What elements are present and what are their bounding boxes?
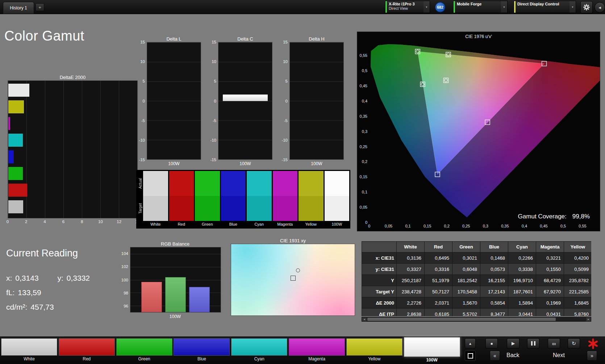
meter-name: X-Rite i1Pro 3 [389,2,422,6]
swatch-actual [143,171,168,196]
gear-icon [583,4,590,11]
pause-button[interactable] [527,338,539,348]
x-axis-label: 100W [218,160,272,166]
reading-xy: x:0,3143 y:0,3332 [6,274,90,283]
add-tab-button[interactable]: + [36,3,44,11]
table-row: y: CIE310,33270,33160,60480,05730,33380,… [362,264,592,275]
cell-value: 0,3327 [397,264,425,275]
cd-label: cd/m²: [6,303,27,311]
patch-label: Cyan [231,356,287,362]
swatch-target [325,196,350,221]
measured-marker-icon [296,268,300,272]
meter-mode: Direct View [389,6,422,11]
cell-value: 68,4729 [536,275,564,286]
continuous-read-button[interactable]: ∞ [548,338,560,348]
scroll-thumb[interactable] [367,318,556,321]
swatch-label: White [143,221,168,227]
chevron-down-icon[interactable]: ▼ [424,1,430,13]
collapse-arrow-button[interactable]: ◀ [594,2,605,13]
y-label: y: [57,274,63,282]
patch-swatch [174,338,230,356]
next-button[interactable]: Next [553,352,565,359]
play-button[interactable]: ▶ [507,338,520,348]
cell-value: 3,0441 [508,309,536,317]
cie1976-diagram [357,32,600,231]
x-axis-label: 100W [130,313,220,319]
swatch-label: Green [195,221,220,227]
cell-value: 0,0431 [536,309,564,317]
patch-button-yellow[interactable]: Yellow [346,338,402,362]
cell-value: 17,2143 [480,286,508,297]
history-tab[interactable]: History 1 [3,2,34,14]
patch-button-magenta[interactable]: Magenta [289,338,345,362]
cell-value: 0,1969 [536,297,564,309]
delta-h-chart: Delta H 151050-5-10-15 100W [280,36,344,166]
settings-gear-button[interactable] [580,1,593,13]
table-hscrollbar[interactable]: ◄ ► [362,317,591,322]
rgb-balance-chart: RGB Balance 1041021009896 100W [118,241,221,319]
cie1976-chart: CIE 1976 u'v' 0,550,50,450,40,350,30, [357,32,600,231]
deltae-x-tick: 10 [98,219,103,224]
chevron-down-icon[interactable]: ▼ [501,1,507,13]
back-button[interactable]: Back [506,352,520,359]
delta-y-tick: -15 [210,158,216,162]
patch-button-white[interactable]: White [1,338,57,362]
delta-y-tick: -15 [281,158,288,162]
swatch-row-labels: Actual Target [137,171,143,221]
delta-bar [223,95,268,101]
delta-l-plot [147,42,201,160]
rgb-bar-blue [189,287,210,312]
deltae-bar-yellow [8,100,24,113]
swatch-label: Blue [221,221,246,227]
bottom-toolbar: WhiteRedGreenBlueCyanMagentaYellow100W ▲… [0,336,605,364]
cell-value: 0,6048 [452,264,480,275]
refresh-button[interactable]: ↻ [568,338,580,348]
next-chevron-button[interactable]: » [587,351,597,361]
swatch-blue: Blue [221,171,246,227]
chart-title: DeltaE 2000 [8,75,138,80]
cie1931-plot [231,244,355,316]
table-row: Y250,218751,1979181,254216,2155196,97106… [362,275,592,286]
patch-swatch [231,338,287,356]
rgb-y-tick: 96 [124,304,128,308]
swatch-100w: 100W [325,171,350,227]
deltae-x-tick: 4 [43,219,46,224]
patch-button-red[interactable]: Red [59,338,115,362]
delta-y-tick: -15 [139,158,145,162]
patch-button-100w[interactable]: 100W [404,337,460,363]
chevron-down-icon[interactable]: ▼ [569,1,576,13]
eject-button[interactable]: ▲ [465,338,476,348]
cell-value: 0,5099 [564,264,592,275]
rgb-y-tick: 100 [121,278,128,282]
back-chevron-button[interactable]: « [490,351,500,361]
swatch-yellow: Yellow [299,171,324,227]
meter-dropdown[interactable]: X-Rite i1Pro 3 Direct View ▼ [385,1,430,13]
fl-value: 133,59 [18,288,41,297]
patch-button-green[interactable]: Green [116,338,172,362]
scroll-right-button[interactable]: ► [586,317,591,321]
swatch-green: Green [195,171,220,227]
display-control-dropdown[interactable]: Direct Display Control ▼ [514,1,576,13]
rgb-bar-green [165,277,186,312]
cell-value: 196,9710 [508,275,536,286]
column-header-yellow: Yellow [564,242,592,252]
rgb-y-tick: 104 [121,251,128,256]
patch-swatch [289,338,345,356]
deltae-x-tick: 12 [117,219,121,224]
scroll-left-button[interactable]: ◄ [362,317,367,321]
rgb-bar-red [141,282,162,312]
patch-button-blue[interactable]: Blue [174,338,230,362]
source-dropdown[interactable]: Mobile Forge ▼ [453,1,508,13]
cell-value: 0,5854 [480,297,508,309]
row-label: Target Y [362,286,397,297]
deltae-x-tick: 8 [81,219,83,224]
cell-value: 2,2726 [397,297,425,309]
patch-button-cyan[interactable]: Cyan [231,338,287,362]
stop-button[interactable]: ■ [485,338,498,348]
delta-y-tick: 0 [214,99,216,103]
swatch-label: Yellow [299,221,324,227]
deltae-x-tick: 0 [7,219,9,224]
gamut-coverage-value: 99,8% [572,213,590,220]
delta-y-tick: 0 [143,99,145,103]
single-measure-button[interactable] [465,351,476,361]
